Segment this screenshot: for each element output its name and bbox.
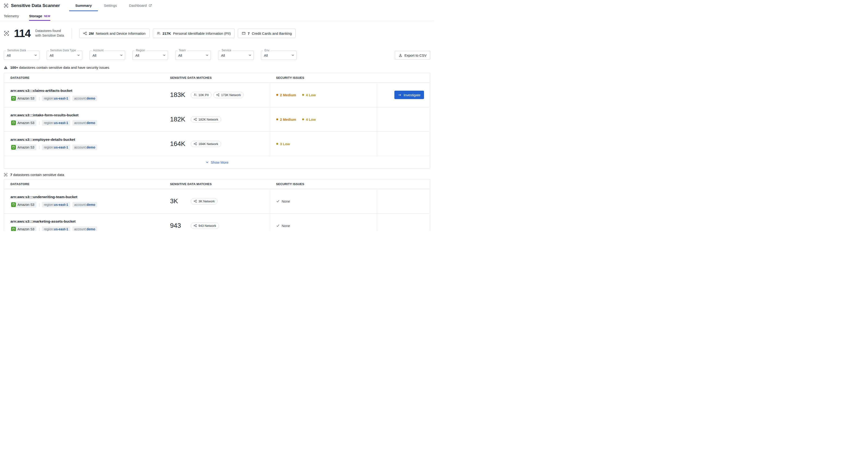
amazon-s3-tag[interactable]: Amazon S3 [10, 120, 36, 126]
matches-total: 182K [170, 116, 191, 123]
tag-value: demo [87, 121, 95, 125]
column-header-security: SECURITY ISSUES [270, 76, 377, 80]
tag-value: demo [87, 203, 95, 206]
filter-label: Sensitive Data Type [49, 49, 77, 52]
match-pills: 164K Network [191, 141, 221, 147]
account-tag[interactable]: account:demo [72, 202, 97, 207]
region-tag[interactable]: region:us-east-1 [42, 226, 70, 231]
datastore-arn[interactable]: arn:aws:s3:::underwriting-team-bucket [10, 195, 78, 199]
pii-match-pill[interactable]: 10K PII [191, 92, 212, 98]
credit-card-category-pill[interactable]: 7 Credit Cards and Banking [238, 29, 296, 38]
stats-summary: 114 Datastores found with Sensitive Data… [0, 21, 434, 40]
region-tag[interactable]: region:us-east-1 [42, 145, 70, 150]
matches-cell: 164K 164K Network [170, 132, 270, 156]
category-count: 2M [89, 31, 94, 35]
scan-target-icon [4, 31, 9, 36]
tab-dashboard-label: Dashboard [129, 3, 147, 8]
datastore-arn[interactable]: arn:aws:s3:::intake-form-results-bucket [10, 113, 79, 117]
tab-summary-label: Summary [75, 3, 92, 8]
issues-table: DATASTORE SENSITIVE DATA MATCHES SECURIT… [4, 73, 430, 169]
region-filter[interactable]: Region All [132, 51, 168, 60]
export-to-csv-button[interactable]: Export to CSV [395, 51, 430, 60]
network-match-pill[interactable]: 943 Network [191, 223, 219, 229]
sensitive-data-filter[interactable]: Sensitive Data All [4, 51, 39, 60]
network-icon [194, 200, 197, 203]
security-issues-cell: 2 Medium 4 Low [270, 83, 377, 107]
service-filter[interactable]: Service All [218, 51, 254, 60]
page-title: Sensitive Data Scanner [11, 3, 60, 8]
amazon-s3-tag[interactable]: Amazon S3 [10, 144, 36, 150]
datastore-arn[interactable]: arn:aws:s3:::employee-details-bucket [10, 138, 75, 142]
filter-label: Account [92, 49, 104, 52]
network-match-pill[interactable]: 3K Network [191, 198, 218, 204]
severity-dot [302, 94, 304, 96]
account-tag[interactable]: account:demo [72, 95, 97, 101]
new-badge: NEW [44, 15, 50, 18]
matches-cell: 183K 10K PII 173K Network [170, 83, 270, 107]
amazon-s3-tag[interactable]: Amazon S3 [10, 95, 36, 102]
tab-storage[interactable]: StorageNEW [29, 11, 50, 21]
sensitive-data-type-filter[interactable]: Sensitive Data Type All [46, 51, 82, 60]
service-label: Amazon S3 [18, 203, 34, 206]
datastore-arn[interactable]: arn:aws:s3:::claims-artifacts-bucket [10, 89, 72, 93]
severity-low: 4 Low [302, 117, 316, 121]
matches-cell: 3K 3K Network [170, 189, 270, 213]
table-header: DATASTORE SENSITIVE DATA MATCHES SECURIT… [4, 179, 430, 189]
severity-label: 4 Low [306, 117, 316, 121]
filter-value: All [4, 51, 39, 60]
clean-section-text: 7 datastores contain sensitive data [10, 173, 64, 177]
tab-settings[interactable]: Settings [98, 0, 123, 11]
network-category-pill[interactable]: 2M Network and Device Information [79, 29, 150, 38]
severity-label: 3 Low [280, 142, 290, 146]
no-issues: None [276, 224, 290, 228]
network-match-pill[interactable]: 182K Network [191, 116, 221, 123]
region-tag[interactable]: region:us-east-1 [42, 120, 70, 126]
check-icon [276, 224, 280, 227]
region-tag[interactable]: region:us-east-1 [42, 95, 70, 101]
actions-cell: Investigate [377, 83, 430, 107]
clean-table: DATASTORE SENSITIVE DATA MATCHES SECURIT… [4, 179, 430, 231]
env-filter[interactable]: Env All [261, 51, 297, 60]
match-pills: 943 Network [191, 223, 219, 229]
region-tag[interactable]: region:us-east-1 [42, 202, 70, 207]
tab-telemetry-label: Telemetry [4, 14, 19, 18]
actions-cell [377, 107, 430, 132]
network-match-pill[interactable]: 164K Network [191, 141, 221, 147]
amazon-s3-icon [11, 120, 16, 125]
datastore-cell: arn:aws:s3:::intake-form-results-bucket … [4, 107, 170, 132]
investigate-button[interactable]: Investigate [394, 91, 424, 99]
chevron-down-icon [34, 54, 37, 57]
tag-value: us-east-1 [54, 227, 68, 231]
tag-value: demo [87, 145, 95, 149]
account-filter[interactable]: Account All [89, 51, 125, 60]
caption-line-1: Datastores found [35, 29, 61, 33]
pii-category-pill[interactable]: 217K Personal Identifiable Information (… [153, 29, 235, 38]
account-tag[interactable]: account:demo [72, 226, 97, 231]
amazon-s3-tag[interactable]: Amazon S3 [10, 226, 36, 231]
network-match-pill[interactable]: 173K Network [213, 92, 244, 98]
none-label: None [282, 199, 290, 203]
table-row: arn:aws:s3:::employee-details-bucket Ama… [4, 132, 430, 156]
category-pills: 2M Network and Device Information 217K P… [79, 29, 296, 38]
tab-telemetry[interactable]: Telemetry [4, 11, 19, 21]
tab-storage-label: Storage [29, 14, 42, 18]
datastore-cell: arn:aws:s3:::claims-artifacts-bucket Ama… [4, 83, 170, 107]
match-pills: 10K PII 173K Network [191, 92, 244, 98]
datastore-tags: Amazon S3 | region:us-east-1 account:dem… [10, 120, 97, 126]
column-header-matches: SENSITIVE DATA MATCHES [170, 182, 270, 186]
tab-summary[interactable]: Summary [69, 0, 98, 11]
tag-key: account: [74, 203, 87, 206]
tab-dashboard[interactable]: Dashboard [123, 0, 158, 11]
none-label: None [282, 224, 290, 228]
network-icon [194, 142, 197, 145]
amazon-s3-tag[interactable]: Amazon S3 [10, 202, 36, 208]
clean-message: datastores contain sensitive data [13, 173, 64, 177]
account-tag[interactable]: account:demo [72, 145, 97, 150]
security-issues-cell: None [270, 213, 377, 231]
datastore-arn[interactable]: arn:aws:s3:::marketing-assets-bucket [10, 219, 75, 224]
datastore-tags: Amazon S3 | region:us-east-1 account:dem… [10, 95, 97, 102]
show-more-button[interactable]: Show More [4, 156, 430, 168]
account-tag[interactable]: account:demo [72, 120, 97, 126]
team-filter[interactable]: Team All [175, 51, 211, 60]
network-icon [83, 31, 87, 35]
